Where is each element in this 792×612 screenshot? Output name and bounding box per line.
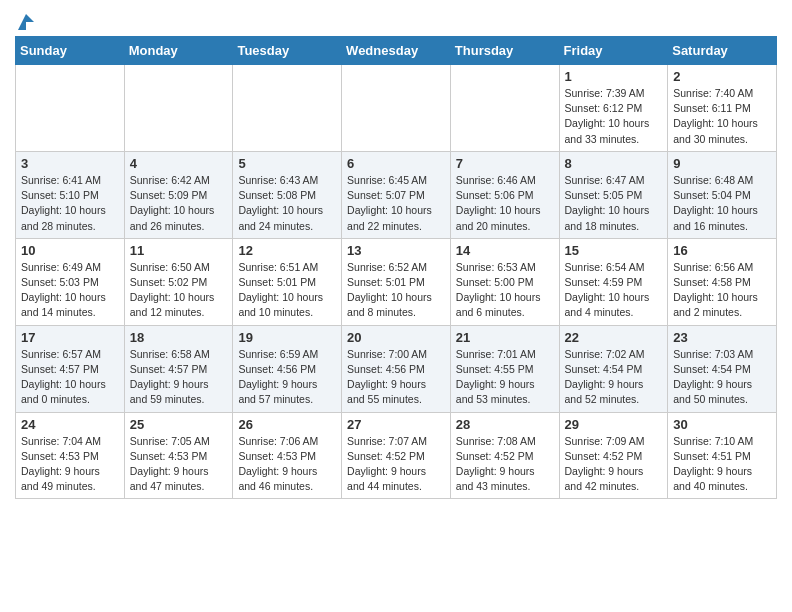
calendar-cell: [342, 65, 451, 152]
calendar-cell: 22Sunrise: 7:02 AM Sunset: 4:54 PM Dayli…: [559, 325, 668, 412]
calendar-cell: 26Sunrise: 7:06 AM Sunset: 4:53 PM Dayli…: [233, 412, 342, 499]
day-number: 6: [347, 156, 445, 171]
calendar-cell: 6Sunrise: 6:45 AM Sunset: 5:07 PM Daylig…: [342, 151, 451, 238]
calendar-cell: 30Sunrise: 7:10 AM Sunset: 4:51 PM Dayli…: [668, 412, 777, 499]
calendar-cell: 9Sunrise: 6:48 AM Sunset: 5:04 PM Daylig…: [668, 151, 777, 238]
day-info: Sunrise: 7:10 AM Sunset: 4:51 PM Dayligh…: [673, 434, 771, 495]
day-number: 2: [673, 69, 771, 84]
day-info: Sunrise: 6:41 AM Sunset: 5:10 PM Dayligh…: [21, 173, 119, 234]
day-info: Sunrise: 7:08 AM Sunset: 4:52 PM Dayligh…: [456, 434, 554, 495]
page: SundayMondayTuesdayWednesdayThursdayFrid…: [0, 0, 792, 514]
calendar-week-4: 17Sunrise: 6:57 AM Sunset: 4:57 PM Dayli…: [16, 325, 777, 412]
day-number: 25: [130, 417, 228, 432]
day-info: Sunrise: 6:49 AM Sunset: 5:03 PM Dayligh…: [21, 260, 119, 321]
calendar-cell: [124, 65, 233, 152]
day-info: Sunrise: 7:03 AM Sunset: 4:54 PM Dayligh…: [673, 347, 771, 408]
calendar-header-row: SundayMondayTuesdayWednesdayThursdayFrid…: [16, 37, 777, 65]
calendar-cell: [450, 65, 559, 152]
day-number: 3: [21, 156, 119, 171]
calendar: SundayMondayTuesdayWednesdayThursdayFrid…: [15, 36, 777, 499]
day-number: 11: [130, 243, 228, 258]
day-info: Sunrise: 7:07 AM Sunset: 4:52 PM Dayligh…: [347, 434, 445, 495]
day-info: Sunrise: 6:45 AM Sunset: 5:07 PM Dayligh…: [347, 173, 445, 234]
day-number: 20: [347, 330, 445, 345]
calendar-cell: 10Sunrise: 6:49 AM Sunset: 5:03 PM Dayli…: [16, 238, 125, 325]
day-info: Sunrise: 6:54 AM Sunset: 4:59 PM Dayligh…: [565, 260, 663, 321]
day-number: 1: [565, 69, 663, 84]
calendar-cell: 23Sunrise: 7:03 AM Sunset: 4:54 PM Dayli…: [668, 325, 777, 412]
calendar-cell: 24Sunrise: 7:04 AM Sunset: 4:53 PM Dayli…: [16, 412, 125, 499]
weekday-header-wednesday: Wednesday: [342, 37, 451, 65]
day-info: Sunrise: 7:09 AM Sunset: 4:52 PM Dayligh…: [565, 434, 663, 495]
calendar-cell: 20Sunrise: 7:00 AM Sunset: 4:56 PM Dayli…: [342, 325, 451, 412]
calendar-week-2: 3Sunrise: 6:41 AM Sunset: 5:10 PM Daylig…: [16, 151, 777, 238]
weekday-header-sunday: Sunday: [16, 37, 125, 65]
day-number: 24: [21, 417, 119, 432]
calendar-cell: 15Sunrise: 6:54 AM Sunset: 4:59 PM Dayli…: [559, 238, 668, 325]
day-info: Sunrise: 7:01 AM Sunset: 4:55 PM Dayligh…: [456, 347, 554, 408]
day-info: Sunrise: 7:04 AM Sunset: 4:53 PM Dayligh…: [21, 434, 119, 495]
day-number: 15: [565, 243, 663, 258]
calendar-cell: 16Sunrise: 6:56 AM Sunset: 4:58 PM Dayli…: [668, 238, 777, 325]
day-info: Sunrise: 6:50 AM Sunset: 5:02 PM Dayligh…: [130, 260, 228, 321]
calendar-cell: 17Sunrise: 6:57 AM Sunset: 4:57 PM Dayli…: [16, 325, 125, 412]
weekday-header-tuesday: Tuesday: [233, 37, 342, 65]
day-number: 21: [456, 330, 554, 345]
day-number: 23: [673, 330, 771, 345]
calendar-cell: 3Sunrise: 6:41 AM Sunset: 5:10 PM Daylig…: [16, 151, 125, 238]
calendar-cell: 7Sunrise: 6:46 AM Sunset: 5:06 PM Daylig…: [450, 151, 559, 238]
header: [15, 10, 777, 28]
day-number: 5: [238, 156, 336, 171]
day-info: Sunrise: 6:52 AM Sunset: 5:01 PM Dayligh…: [347, 260, 445, 321]
day-number: 8: [565, 156, 663, 171]
day-number: 18: [130, 330, 228, 345]
calendar-cell: 14Sunrise: 6:53 AM Sunset: 5:00 PM Dayli…: [450, 238, 559, 325]
calendar-cell: 27Sunrise: 7:07 AM Sunset: 4:52 PM Dayli…: [342, 412, 451, 499]
day-info: Sunrise: 7:05 AM Sunset: 4:53 PM Dayligh…: [130, 434, 228, 495]
calendar-cell: 8Sunrise: 6:47 AM Sunset: 5:05 PM Daylig…: [559, 151, 668, 238]
weekday-header-saturday: Saturday: [668, 37, 777, 65]
weekday-header-thursday: Thursday: [450, 37, 559, 65]
calendar-cell: 13Sunrise: 6:52 AM Sunset: 5:01 PM Dayli…: [342, 238, 451, 325]
day-number: 12: [238, 243, 336, 258]
day-number: 14: [456, 243, 554, 258]
day-info: Sunrise: 7:39 AM Sunset: 6:12 PM Dayligh…: [565, 86, 663, 147]
day-number: 22: [565, 330, 663, 345]
day-info: Sunrise: 6:48 AM Sunset: 5:04 PM Dayligh…: [673, 173, 771, 234]
calendar-week-3: 10Sunrise: 6:49 AM Sunset: 5:03 PM Dayli…: [16, 238, 777, 325]
day-info: Sunrise: 6:53 AM Sunset: 5:00 PM Dayligh…: [456, 260, 554, 321]
day-info: Sunrise: 6:58 AM Sunset: 4:57 PM Dayligh…: [130, 347, 228, 408]
day-number: 7: [456, 156, 554, 171]
day-info: Sunrise: 7:00 AM Sunset: 4:56 PM Dayligh…: [347, 347, 445, 408]
day-info: Sunrise: 6:59 AM Sunset: 4:56 PM Dayligh…: [238, 347, 336, 408]
calendar-cell: 2Sunrise: 7:40 AM Sunset: 6:11 PM Daylig…: [668, 65, 777, 152]
day-number: 19: [238, 330, 336, 345]
calendar-cell: 1Sunrise: 7:39 AM Sunset: 6:12 PM Daylig…: [559, 65, 668, 152]
calendar-cell: 5Sunrise: 6:43 AM Sunset: 5:08 PM Daylig…: [233, 151, 342, 238]
calendar-cell: 28Sunrise: 7:08 AM Sunset: 4:52 PM Dayli…: [450, 412, 559, 499]
calendar-week-1: 1Sunrise: 7:39 AM Sunset: 6:12 PM Daylig…: [16, 65, 777, 152]
day-info: Sunrise: 6:43 AM Sunset: 5:08 PM Dayligh…: [238, 173, 336, 234]
day-info: Sunrise: 7:06 AM Sunset: 4:53 PM Dayligh…: [238, 434, 336, 495]
day-number: 4: [130, 156, 228, 171]
calendar-cell: 19Sunrise: 6:59 AM Sunset: 4:56 PM Dayli…: [233, 325, 342, 412]
day-number: 28: [456, 417, 554, 432]
day-info: Sunrise: 6:57 AM Sunset: 4:57 PM Dayligh…: [21, 347, 119, 408]
svg-marker-0: [18, 14, 34, 30]
calendar-cell: 21Sunrise: 7:01 AM Sunset: 4:55 PM Dayli…: [450, 325, 559, 412]
calendar-cell: [16, 65, 125, 152]
calendar-cell: 29Sunrise: 7:09 AM Sunset: 4:52 PM Dayli…: [559, 412, 668, 499]
day-number: 26: [238, 417, 336, 432]
day-number: 9: [673, 156, 771, 171]
calendar-cell: 25Sunrise: 7:05 AM Sunset: 4:53 PM Dayli…: [124, 412, 233, 499]
calendar-cell: 12Sunrise: 6:51 AM Sunset: 5:01 PM Dayli…: [233, 238, 342, 325]
day-info: Sunrise: 7:40 AM Sunset: 6:11 PM Dayligh…: [673, 86, 771, 147]
day-info: Sunrise: 7:02 AM Sunset: 4:54 PM Dayligh…: [565, 347, 663, 408]
day-number: 10: [21, 243, 119, 258]
day-info: Sunrise: 6:46 AM Sunset: 5:06 PM Dayligh…: [456, 173, 554, 234]
day-number: 29: [565, 417, 663, 432]
day-number: 13: [347, 243, 445, 258]
day-number: 30: [673, 417, 771, 432]
weekday-header-friday: Friday: [559, 37, 668, 65]
day-info: Sunrise: 6:51 AM Sunset: 5:01 PM Dayligh…: [238, 260, 336, 321]
